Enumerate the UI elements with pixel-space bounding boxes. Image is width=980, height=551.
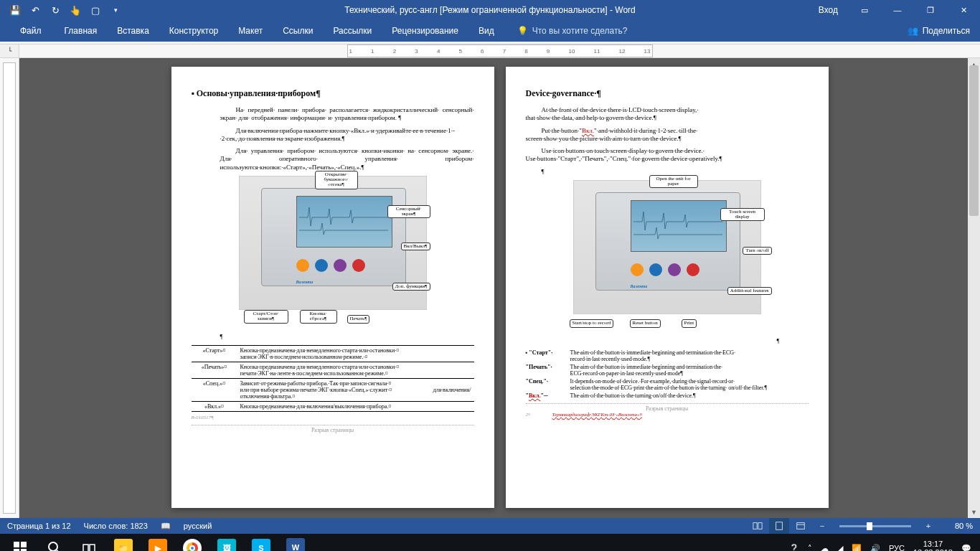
app-title: Технический, русс-англ [Режим ограниченн… — [344, 5, 635, 15]
footer-text: В-010317¶ — [192, 415, 474, 420]
tab-design[interactable]: Конструктор — [159, 20, 228, 42]
document-page-1[interactable]: ▪ Основы·управления·прибором¶ На· передн… — [171, 67, 494, 508]
status-language[interactable]: русский — [184, 522, 212, 530]
callout-open-paper: Open the unit for paper — [649, 175, 698, 189]
web-layout-icon[interactable] — [791, 518, 811, 534]
spellcheck-icon[interactable]: 📖 — [161, 522, 171, 531]
body-text: Для· управления· прибором· используются·… — [220, 147, 474, 171]
restore-icon[interactable]: ❐ — [914, 0, 947, 20]
pages-viewport[interactable]: ▪ Основы·управления·прибором¶ На· передн… — [19, 58, 980, 518]
task-view-icon[interactable] — [72, 534, 106, 551]
brand-label: Валента — [296, 280, 314, 284]
tab-review[interactable]: Рецензирование — [382, 20, 468, 42]
share-button[interactable]: 👥 Поделиться — [908, 26, 970, 36]
tell-me-label: Что вы хотите сделать? — [532, 26, 628, 36]
status-words[interactable]: Число слов: 1823 — [84, 522, 148, 530]
vertical-ruler[interactable] — [0, 58, 19, 518]
qat-dropdown-icon[interactable]: ▾ — [106, 1, 125, 19]
device-print-icon — [649, 263, 662, 276]
device-power-icon — [687, 263, 699, 276]
windows-taskbar: 📁 ▶ 🖼 S W ❔ ˄ ☁ ◢ 📶 🔊 РУС 13:17 13.03.20… — [0, 534, 980, 551]
svg-rect-0 — [753, 523, 757, 529]
photos-icon[interactable]: 🖼 — [209, 534, 244, 551]
start-button[interactable] — [3, 534, 37, 551]
close-icon[interactable]: ✕ — [947, 0, 980, 20]
device-spec-icon — [334, 259, 347, 272]
tab-layout[interactable]: Макет — [228, 20, 273, 42]
ribbon-display-icon[interactable]: ▭ — [848, 0, 881, 20]
tab-references[interactable]: Ссылки — [273, 20, 323, 42]
tell-me-search[interactable]: 💡 Что вы хотите сделать? — [517, 26, 628, 36]
device-print-icon — [315, 259, 328, 272]
new-doc-icon[interactable]: ▢ — [86, 1, 105, 19]
network-icon[interactable]: ◢ — [837, 544, 843, 552]
ruler-corner[interactable]: ┗ — [0, 44, 19, 57]
callout-reset: Reset button — [630, 319, 661, 327]
tab-home[interactable]: Главная — [55, 20, 108, 42]
share-label: Поделиться — [923, 26, 970, 36]
device-spec-icon — [668, 263, 681, 276]
tray-chevron-icon[interactable]: ˄ — [808, 544, 812, 552]
zoom-out-icon[interactable]: − — [812, 518, 832, 534]
file-explorer-icon[interactable]: 📁 — [106, 534, 141, 551]
save-icon[interactable]: 💾 — [6, 1, 24, 19]
volume-icon[interactable]: 🔊 — [870, 544, 880, 552]
redo-icon[interactable]: ↻ — [46, 1, 65, 19]
device-diagram: Валента Open the unit for paper Touch sc… — [573, 180, 761, 314]
pmark: ¶ — [192, 333, 474, 341]
word-icon[interactable]: W — [278, 533, 313, 551]
device-start-icon — [296, 259, 309, 272]
touch-mode-icon[interactable]: 👆 — [66, 1, 85, 19]
language-indicator[interactable]: РУС — [889, 544, 905, 551]
tab-insert[interactable]: Вставка — [107, 20, 159, 42]
read-mode-icon[interactable] — [748, 518, 768, 534]
status-page[interactable]: Страница 1 из 12 — [7, 522, 71, 530]
ribbon-tabs: Файл Главная Вставка Конструктор Макет С… — [0, 20, 980, 42]
scroll-down-icon[interactable]: ▼ — [968, 506, 980, 518]
description-table: «Старт»¤Кнопка·предназначена·для·немедле… — [192, 345, 474, 412]
zoom-in-icon[interactable]: + — [918, 518, 938, 534]
svg-rect-3 — [797, 523, 805, 529]
zoom-level[interactable]: 80 % — [944, 522, 973, 530]
share-icon: 👥 — [908, 26, 918, 36]
svg-rect-11 — [83, 545, 88, 551]
footer-page-num: 2¤ — [526, 412, 531, 418]
document-page-2[interactable]: Device·governance·¶ At·the·front·of·the·… — [506, 67, 829, 508]
media-player-icon[interactable]: ▶ — [141, 534, 175, 551]
brand-label: Валента — [631, 284, 648, 288]
login-button[interactable]: Вход — [809, 0, 848, 20]
zoom-slider[interactable] — [839, 525, 911, 527]
callout-touch: Сенсорный· экран¶ — [387, 205, 430, 219]
editor-area: ▪ Основы·управления·прибором¶ На· передн… — [0, 58, 980, 518]
device-diagram: Валента Открытие· бумажного· отсека¶ Сен… — [239, 176, 427, 310]
svg-point-9 — [49, 542, 57, 551]
horizontal-ruler[interactable]: ┗ 112345678910111213 — [0, 44, 980, 58]
onedrive-icon[interactable]: ☁ — [821, 544, 829, 552]
chrome-icon[interactable] — [175, 534, 209, 551]
wifi-icon[interactable]: 📶 — [852, 544, 862, 552]
callout-startstop: Старт/Стоп· записи¶ — [244, 310, 288, 324]
tab-mailings[interactable]: Рассылки — [323, 20, 382, 42]
callout-open-paper: Открытие· бумажного· отсека¶ — [315, 171, 358, 189]
skype-icon[interactable]: S — [244, 534, 278, 551]
undo-icon[interactable]: ↶ — [26, 1, 44, 19]
vertical-scrollbar[interactable]: ▲ ▼ — [968, 58, 980, 518]
minimize-icon[interactable]: — — [881, 0, 914, 20]
svg-rect-12 — [90, 545, 95, 551]
device-power-icon — [352, 259, 365, 272]
scroll-thumb[interactable] — [969, 65, 979, 216]
clock[interactable]: 13:17 13.03.2018 — [913, 540, 953, 551]
page-break: Разрыв страницы — [526, 403, 809, 412]
ruler-scale: 112345678910111213 — [347, 44, 653, 57]
cortana-search-icon[interactable] — [37, 534, 72, 551]
tab-view[interactable]: Вид — [468, 20, 504, 42]
callout-onoff: Turn on/off — [743, 247, 771, 255]
print-layout-icon[interactable] — [769, 518, 789, 534]
action-center-icon[interactable]: 💬 — [961, 544, 971, 552]
description-list: ▪ "Старт"·The·aim·of·the·button·is·immed… — [526, 349, 809, 399]
callout-features: Additional features — [727, 287, 772, 295]
body-text: На· передней· панели· прибора· располага… — [220, 106, 474, 123]
tab-file[interactable]: Файл — [7, 20, 55, 42]
status-bar: Страница 1 из 12 Число слов: 1823 📖 русс… — [0, 518, 980, 534]
help-icon[interactable]: ❔ — [789, 544, 799, 552]
